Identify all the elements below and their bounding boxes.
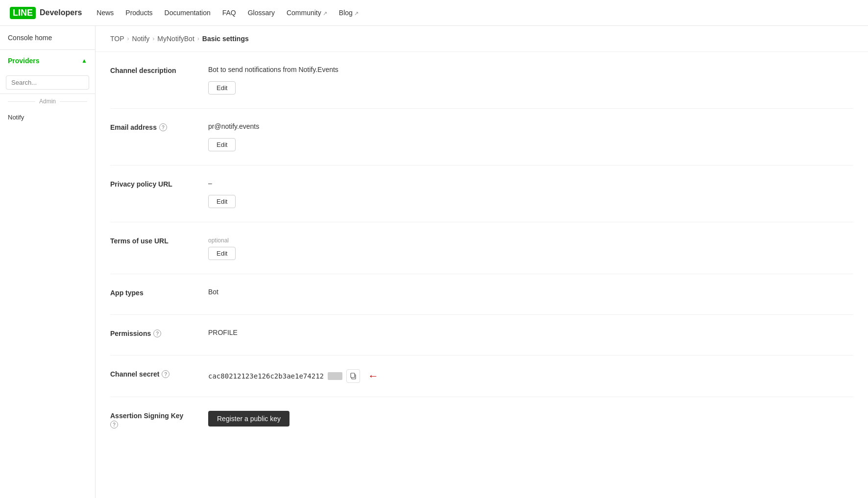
edit-channel-description-button[interactable]: Edit <box>208 81 236 95</box>
field-permissions: Permissions ? PROFILE <box>110 315 853 356</box>
field-content-app-types: Bot <box>208 288 853 301</box>
edit-terms-of-use-button[interactable]: Edit <box>208 247 236 260</box>
field-channel-description: Channel description Bot to send notifica… <box>110 52 853 109</box>
top-nav: LINE Developers News Products Documentat… <box>0 0 868 26</box>
field-label-email-address: Email address ? <box>110 122 208 131</box>
field-label-assertion-signing-key: Assertion Signing Key ? <box>110 411 208 428</box>
breadcrumb: TOP › Notify › MyNotifyBot › Basic setti… <box>96 26 868 52</box>
nav-documentation[interactable]: Documentation <box>165 9 211 17</box>
field-channel-secret: Channel secret ? cac80212123e126c2b3ae1e… <box>110 356 853 397</box>
sidebar: Console home Providers ▲ Admin Notify <box>0 26 96 498</box>
channel-secret-value: cac80212123e126c2b3ae1e74212 <box>208 372 324 380</box>
nav-blog[interactable]: Blog <box>339 9 359 17</box>
main-content: TOP › Notify › MyNotifyBot › Basic setti… <box>96 26 868 498</box>
nav-faq[interactable]: FAQ <box>222 9 236 17</box>
permissions-info-icon[interactable]: ? <box>153 330 161 337</box>
nav-news[interactable]: News <box>96 9 114 17</box>
field-content-email-address: pr@notify.events Edit <box>208 122 853 151</box>
field-content-channel-description: Bot to send notifications from Notify.Ev… <box>208 66 853 95</box>
privacy-policy-value: – <box>208 179 853 187</box>
breadcrumb-current: Basic settings <box>202 35 249 43</box>
email-address-value: pr@notify.events <box>208 122 853 130</box>
secret-value-container: cac80212123e126c2b3ae1e74212 ← <box>208 369 853 383</box>
nav-community[interactable]: Community <box>287 9 327 17</box>
assertion-signing-key-info-icon[interactable]: ? <box>110 421 118 428</box>
field-content-assertion-signing-key: Register a public key <box>208 411 853 427</box>
sidebar-section-divider: Admin <box>0 94 95 109</box>
field-assertion-signing-key: Assertion Signing Key ? Register a publi… <box>110 397 853 442</box>
red-arrow-indicator: ← <box>368 370 379 382</box>
terms-optional-label: optional <box>208 237 853 244</box>
nav-glossary[interactable]: Glossary <box>248 9 275 17</box>
providers-label: Providers <box>8 57 40 65</box>
register-public-key-button[interactable]: Register a public key <box>208 411 289 427</box>
breadcrumb-notify[interactable]: Notify <box>132 35 150 43</box>
field-content-permissions: PROFILE <box>208 329 853 341</box>
providers-chevron-icon: ▲ <box>81 57 87 64</box>
field-content-privacy-policy: – Edit <box>208 179 853 208</box>
sidebar-section-admin: Admin <box>39 98 56 105</box>
sidebar-search-container <box>0 71 95 94</box>
breadcrumb-sep-3: › <box>197 35 199 42</box>
field-email-address: Email address ? pr@notify.events Edit <box>110 109 853 166</box>
email-info-icon[interactable]: ? <box>159 123 167 131</box>
field-label-app-types: App types <box>110 288 208 297</box>
field-app-types: App types Bot <box>110 274 853 315</box>
sidebar-console-home[interactable]: Console home <box>0 26 95 50</box>
copy-icon <box>350 373 357 379</box>
breadcrumb-top[interactable]: TOP <box>110 35 124 43</box>
field-label-terms-of-use: Terms of use URL <box>110 236 208 245</box>
permissions-value: PROFILE <box>208 329 853 336</box>
field-terms-of-use: Terms of use URL optional Edit <box>110 222 853 274</box>
edit-privacy-policy-button[interactable]: Edit <box>208 195 236 208</box>
breadcrumb-sep-2: › <box>152 35 154 42</box>
channel-secret-info-icon[interactable]: ? <box>162 370 169 378</box>
field-content-channel-secret: cac80212123e126c2b3ae1e74212 ← <box>208 369 853 383</box>
nav-products[interactable]: Products <box>125 9 152 17</box>
breadcrumb-bot[interactable]: MyNotifyBot <box>157 35 194 43</box>
sidebar-providers-header[interactable]: Providers ▲ <box>0 50 95 71</box>
app-types-value: Bot <box>208 288 853 296</box>
assertion-label-block: Assertion Signing Key ? <box>110 412 183 428</box>
nav-links: News Products Documentation FAQ Glossary… <box>96 9 359 17</box>
breadcrumb-sep-1: › <box>127 35 129 42</box>
logo-line: LINE <box>10 7 36 19</box>
field-label-channel-description: Channel description <box>110 66 208 74</box>
field-label-permissions: Permissions ? <box>110 329 208 337</box>
channel-description-value: Bot to send notifications from Notify.Ev… <box>208 66 853 73</box>
field-label-privacy-policy: Privacy policy URL <box>110 179 208 188</box>
edit-email-address-button[interactable]: Edit <box>208 138 236 151</box>
layout: Console home Providers ▲ Admin Notify TO… <box>0 26 868 498</box>
field-privacy-policy: Privacy policy URL – Edit <box>110 166 853 222</box>
divider-line-right <box>60 101 87 102</box>
sidebar-item-notify[interactable]: Notify <box>0 109 95 126</box>
channel-secret-blur <box>328 372 342 380</box>
search-input[interactable] <box>6 75 89 90</box>
svg-rect-1 <box>351 373 355 378</box>
field-label-channel-secret: Channel secret ? <box>110 369 208 378</box>
logo-developers: Developers <box>40 8 82 17</box>
logo: LINE Developers <box>10 7 82 19</box>
field-content-terms-of-use: optional Edit <box>208 236 853 260</box>
content-area: Channel description Bot to send notifica… <box>96 52 868 442</box>
divider-line-left <box>8 101 35 102</box>
copy-channel-secret-button[interactable] <box>346 369 360 383</box>
